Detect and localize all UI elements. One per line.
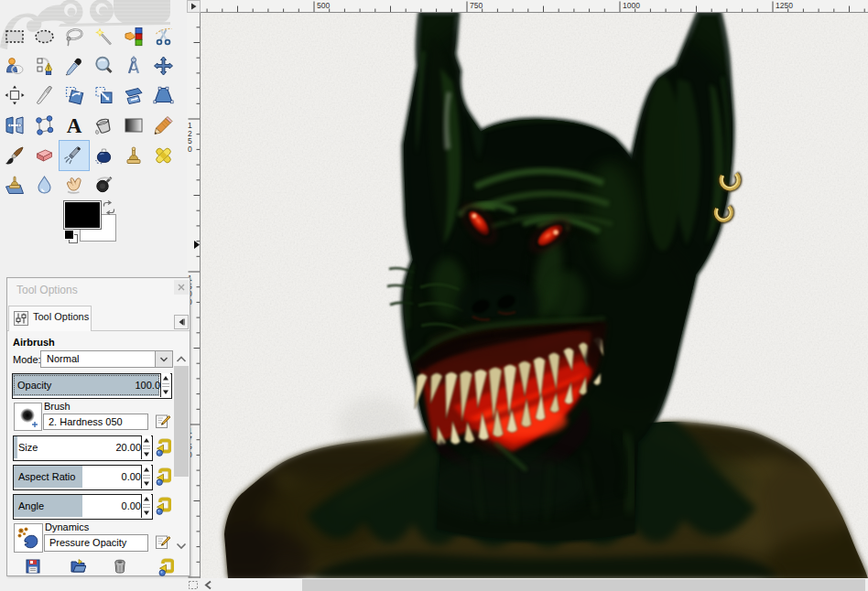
svg-text:750: 750 <box>470 1 483 10</box>
svg-text:0: 0 <box>188 145 192 154</box>
svg-text:A: A <box>67 114 82 137</box>
svg-text:1000: 1000 <box>623 1 640 10</box>
svg-text:1250: 1250 <box>776 1 793 10</box>
svg-text:500: 500 <box>317 1 330 10</box>
